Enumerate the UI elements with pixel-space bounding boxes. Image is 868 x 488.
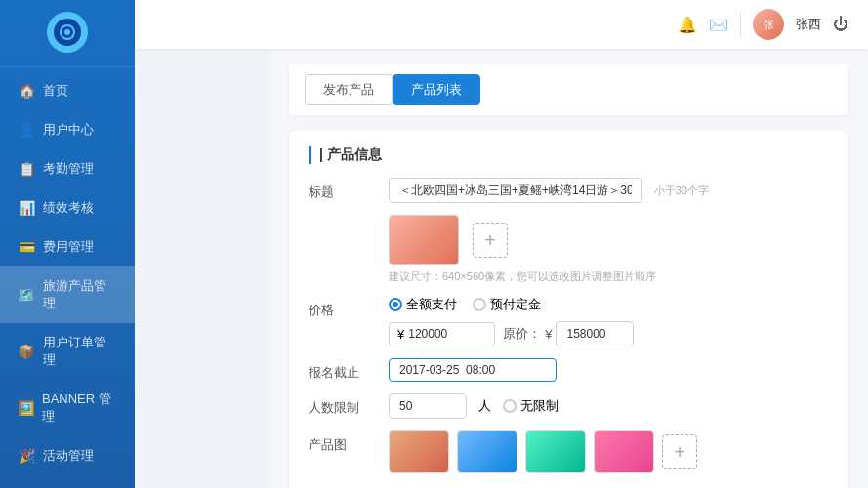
- sidebar-item-travel[interactable]: 🗺️ 旅游产品管理: [0, 266, 135, 323]
- title-label: 标题: [309, 178, 377, 201]
- attendance-icon: 📋: [18, 161, 35, 177]
- product-images-group: +: [389, 430, 829, 473]
- bell-icon[interactable]: 🔔: [678, 16, 697, 34]
- upload-hint: 建议尺寸：640×560像素，您可以选改图片调整图片顺序: [389, 269, 829, 284]
- main-content: 发布产品 产品列表 | 产品信息 标题 小于30个字 + 建议尺寸: [269, 49, 868, 488]
- product-info-section: | 产品信息 标题 小于30个字 + 建议尺寸：640×560像素，您可以选改图…: [289, 131, 848, 488]
- main-image-upload[interactable]: [389, 215, 459, 265]
- people-label: 人数限制: [309, 393, 377, 417]
- home-icon: 🏠: [18, 83, 35, 99]
- deposit-radio[interactable]: 预付定金: [473, 296, 541, 313]
- deposit-dot: [473, 298, 486, 311]
- sidebar-item-travel-label: 旅游产品管理: [43, 277, 117, 312]
- performance-icon: 📊: [18, 200, 35, 216]
- deposit-label: 预付定金: [490, 296, 541, 313]
- product-image-4[interactable]: [594, 430, 654, 473]
- orig-symbol: ¥: [545, 327, 552, 342]
- product-image-1[interactable]: [389, 430, 449, 473]
- logo-circle: [47, 12, 88, 53]
- avatar: 张: [753, 9, 784, 40]
- title-row: 标题 小于30个字: [309, 178, 829, 203]
- header-divider: [740, 13, 741, 36]
- sidebar-item-performance-label: 绩效考核: [43, 199, 94, 217]
- unlimited-option[interactable]: 无限制: [503, 397, 558, 415]
- tab-list[interactable]: 产品列表: [393, 74, 480, 105]
- orig-price-input[interactable]: [556, 321, 634, 346]
- people-unit: 人: [478, 397, 491, 415]
- orig-price-wrap: 原价： ¥: [503, 321, 634, 346]
- sidebar-item-orders-label: 用户订单管理: [43, 334, 117, 369]
- sidebar-item-home-label: 首页: [43, 82, 68, 100]
- deadline-content: [389, 358, 829, 382]
- title-content: 小于30个字: [389, 178, 829, 203]
- add-image-button[interactable]: +: [473, 223, 508, 258]
- tab-publish[interactable]: 发布产品: [305, 74, 393, 105]
- price-input[interactable]: [408, 327, 486, 341]
- sidebar-item-banner[interactable]: 🖼️ BANNER 管理: [0, 380, 135, 436]
- deadline-label: 报名截止: [309, 358, 377, 382]
- sidebar-item-home[interactable]: 🏠 首页: [0, 71, 135, 110]
- people-input[interactable]: [389, 393, 467, 419]
- add-product-image-button[interactable]: +: [662, 434, 697, 469]
- product-image-3[interactable]: [525, 430, 586, 473]
- product-img-label: 产品图: [309, 430, 377, 454]
- sidebar: 🏠 首页 👤 用户中心 📋 考勤管理 📊 绩效考核 💳 费用管理 🗺️ 旅游产品…: [0, 0, 135, 488]
- unlimited-label: 无限制: [520, 397, 558, 415]
- sidebar-logo: [0, 0, 135, 67]
- price-symbol: ¥: [397, 327, 404, 342]
- sidebar-item-activity-label: 活动管理: [43, 447, 94, 465]
- product-images-content: +: [389, 430, 829, 473]
- sidebar-item-performance[interactable]: 📊 绩效考核: [0, 188, 135, 227]
- image-upload-row: + 建议尺寸：640×560像素，您可以选改图片调整图片顺序: [309, 215, 829, 284]
- expense-icon: 💳: [18, 239, 35, 255]
- sidebar-item-user-center[interactable]: 👤 用户中心: [0, 110, 135, 149]
- payment-type-group: 全额支付 预付定金: [389, 296, 829, 313]
- travel-icon: 🗺️: [18, 287, 35, 303]
- price-content: 全额支付 预付定金 ¥ 原价： ¥: [389, 296, 829, 346]
- sidebar-item-user-center-label: 用户中心: [43, 121, 94, 139]
- power-icon[interactable]: ⏻: [833, 16, 848, 33]
- people-limit-row: 人 无限制: [389, 393, 829, 419]
- user-icon: 👤: [18, 122, 35, 138]
- svg-point-1: [64, 29, 70, 35]
- price-input-row: ¥ 原价： ¥: [389, 321, 829, 346]
- image-label: [309, 215, 377, 221]
- full-payment-radio[interactable]: 全额支付: [389, 296, 457, 313]
- title-input[interactable]: [389, 178, 642, 203]
- header: 🔔 ✉️ 张 张西 ⏻: [135, 0, 868, 49]
- deadline-input[interactable]: [389, 358, 557, 382]
- orig-label: 原价：: [503, 325, 541, 343]
- sidebar-item-attendance-label: 考勤管理: [43, 160, 94, 178]
- price-input-wrap: ¥: [389, 322, 495, 346]
- full-payment-dot: [389, 298, 402, 311]
- price-label: 价格: [309, 296, 377, 319]
- price-row: 价格 全额支付 预付定金 ¥: [309, 296, 829, 346]
- title-hint: 小于30个字: [654, 184, 709, 196]
- people-row: 人数限制 人 无限制: [309, 393, 829, 419]
- full-payment-label: 全额支付: [406, 296, 457, 313]
- banner-icon: 🖼️: [18, 400, 34, 416]
- image-content: + 建议尺寸：640×560像素，您可以选改图片调整图片顺序: [389, 215, 829, 284]
- sidebar-item-activity[interactable]: 🎉 活动管理: [0, 436, 135, 475]
- orders-icon: 📦: [18, 344, 35, 359]
- logo-inner: [54, 19, 81, 46]
- user-name: 张西: [796, 16, 821, 33]
- people-content: 人 无限制: [389, 393, 829, 419]
- sidebar-item-expense[interactable]: 💳 费用管理: [0, 227, 135, 266]
- sidebar-item-orders[interactable]: 📦 用户订单管理: [0, 323, 135, 380]
- activity-icon: 🎉: [18, 448, 35, 464]
- sidebar-nav: 🏠 首页 👤 用户中心 📋 考勤管理 📊 绩效考核 💳 费用管理 🗺️ 旅游产品…: [0, 71, 135, 488]
- product-image-2[interactable]: [457, 430, 517, 473]
- unlimited-dot: [503, 399, 517, 413]
- deadline-row: 报名截止: [309, 358, 829, 382]
- sidebar-item-banner-label: BANNER 管理: [42, 390, 117, 426]
- product-images-row: 产品图 +: [309, 430, 829, 473]
- sidebar-item-attendance[interactable]: 📋 考勤管理: [0, 149, 135, 188]
- sidebar-item-expense-label: 费用管理: [43, 238, 94, 256]
- tab-bar: 发布产品 产品列表: [289, 64, 848, 115]
- mail-icon[interactable]: ✉️: [709, 16, 728, 34]
- product-info-title: | 产品信息: [309, 146, 829, 164]
